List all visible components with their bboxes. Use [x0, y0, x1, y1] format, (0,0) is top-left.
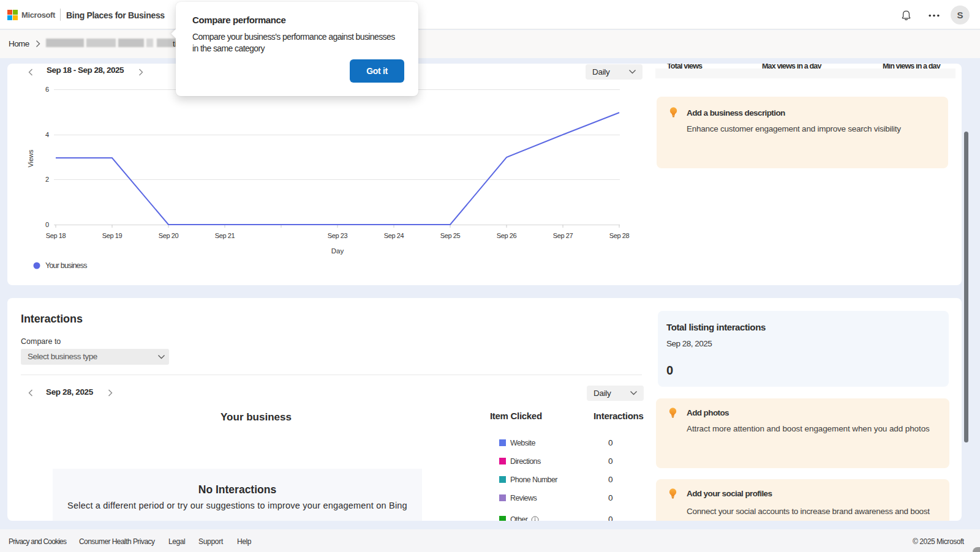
svg-text:Sep 24: Sep 24: [384, 232, 404, 239]
svg-text:Views: Views: [27, 149, 34, 168]
svg-text:Sep 19: Sep 19: [102, 232, 123, 239]
svg-text:6: 6: [45, 86, 49, 93]
svg-text:2: 2: [45, 176, 49, 183]
svg-text:4: 4: [45, 131, 49, 138]
svg-text:Sep 21: Sep 21: [215, 232, 235, 239]
svg-text:Sep 28: Sep 28: [609, 232, 630, 239]
svg-text:Sep 23: Sep 23: [328, 232, 348, 239]
svg-text:Day: Day: [331, 247, 344, 255]
svg-text:Your business: Your business: [45, 261, 87, 270]
svg-text:Sep 27: Sep 27: [553, 232, 573, 239]
svg-text:Sep 20: Sep 20: [159, 232, 179, 239]
svg-text:Sep 18: Sep 18: [46, 232, 66, 239]
svg-text:Sep 26: Sep 26: [497, 232, 517, 239]
svg-text:Sep 25: Sep 25: [440, 232, 461, 239]
svg-text:0: 0: [45, 221, 49, 228]
